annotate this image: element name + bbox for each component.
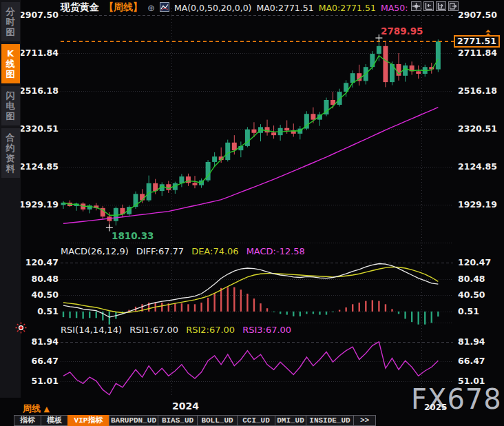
toolbar-item-4[interactable]: BARUPDN_UD [109,415,158,426]
price-axis-label: 2711.84 [458,48,497,58]
alert-blink-icon[interactable] [15,322,27,336]
toolbar-item-7[interactable]: CCI_UD [237,415,275,426]
window-tool-icons [411,1,459,11]
price-axis-label: 2516.18 [458,86,497,96]
price-axis-label: 2516.18 [19,86,59,96]
macd-hist-value: MACD:-12.58 [246,246,305,256]
toolbar-item-8[interactable]: DMI_UD [275,415,306,426]
macd-axis-label: 40.50 [31,290,59,300]
toolbar-item-2[interactable]: 模板 [41,415,68,426]
sidebar-item-tab[interactable]: 合约资料 [1,128,20,178]
rsi-axis-label: 51.01 [31,376,59,386]
rsi-axis-label: 66.47 [31,356,59,366]
chart-type-sidebar: 分时图K线图闪电图合约资料 [0,0,21,398]
chart-application: 分时图K线图闪电图合约资料 现货黄金 【周线】 ⊕ MA(0,0,50,20,0… [0,0,504,426]
last-price-tag: 2771.51 [454,35,500,48]
triangle-up-icon: ▲ [44,405,50,414]
rsi-title: RSI(14,14,14) [61,325,122,335]
toolbar-item-1[interactable]: 指标 [14,415,41,426]
add-overlay-icon[interactable]: ⊕ [147,3,155,13]
toolbar-item-5[interactable]: BIAS_UD [158,415,198,426]
ma50-value: MA50: [381,3,408,13]
price-axis-label: 2711.84 [19,48,59,58]
chart-header: 现货黄金 【周线】 ⊕ MA(0,0,50,20,0,0) MA0:2771.5… [61,1,408,14]
rsi-axis-label: 81.94 [31,337,59,347]
crosshair-tool-icon[interactable] [411,1,421,11]
price-up-marker-icon [484,27,492,40]
chart-area[interactable] [0,0,504,426]
sidebar-item-tab[interactable]: 分时图 [1,2,20,41]
macd-axis-label: 0.51 [458,307,479,316]
high-price-annotation: 2789.95 [381,26,423,37]
macd-axis-label: 40.50 [458,290,485,300]
ma0-value-white: MA0:2771.51 [257,3,314,13]
price-axis-label: 1929.19 [458,200,497,210]
macd-axis-label: 120.47 [458,258,491,267]
macd-axis-label: 80.48 [458,274,485,284]
macd-dea-value: DEA:74.06 [191,246,239,256]
ma0-value-yellow: MA0:2771.51 [319,3,376,13]
rsi-panel-header: RSI(14,14,14) RSI1:67.00 RSI2:67.00 RSI3… [61,325,291,335]
macd-axis-label: 80.48 [31,274,59,284]
rsi2-value: RSI2:67.00 [186,325,235,335]
x-axis-year-2024: 2024 [172,400,199,412]
macd-diff-value: DIFF:67.77 [136,246,184,256]
macd-axis-label: 0.51 [37,307,59,316]
rsi1-value: RSI1:67.00 [129,325,178,335]
toolbar-item-6[interactable]: BOLL_UD [197,415,238,426]
price-axis-label: 2907.50 [19,10,59,20]
sidebar-item-tab[interactable]: 闪电图 [1,86,20,125]
price-axis-label: 1929.19 [19,200,59,210]
low-price-annotation: 1810.33 [112,230,154,241]
toolbar-item-9[interactable]: INSIDE_UD [306,415,354,426]
price-axis-label: 2320.51 [458,124,497,134]
period-tag: 【周线】 [104,1,143,14]
expand-x-axis-icon[interactable] [436,1,446,11]
compress-x-axis-icon[interactable] [423,1,434,11]
sidebar-item-active[interactable]: K线图 [1,44,20,83]
macd-axis-label: 120.47 [25,258,59,267]
price-axis-label: 2124.85 [458,162,497,172]
price-axis-label: 2907.50 [458,10,497,20]
mini-chart-icon[interactable] [160,1,169,14]
ma-definition: MA(0,0,50,20,0,0) [174,3,252,13]
rsi-axis-label: 66.47 [458,356,485,366]
x-axis-year-2025: 2025 [424,403,447,412]
rsi-axis-label: 81.94 [458,337,485,347]
macd-title: MACD(26,12,9) [61,246,129,256]
export-pane-icon[interactable] [448,1,459,11]
period-selector[interactable]: 周线 ▲ [23,403,50,415]
symbol-name: 现货黄金 [61,1,99,14]
toolbar-item-3[interactable]: VIP指标 [67,415,109,426]
price-axis-label: 2124.85 [19,162,59,172]
macd-panel-header: MACD(26,12,9) DIFF:67.77 DEA:74.06 MACD:… [61,246,305,256]
indicator-toolbar: 指标模板VIP指标BARUPDN_UDBIAS_UDBOLL_UDCCI_UDD… [14,415,375,426]
rsi3-value: RSI3:67.00 [242,325,291,335]
toolbar-item-10[interactable]: >> [353,415,376,426]
price-axis-label: 2320.51 [19,124,59,134]
